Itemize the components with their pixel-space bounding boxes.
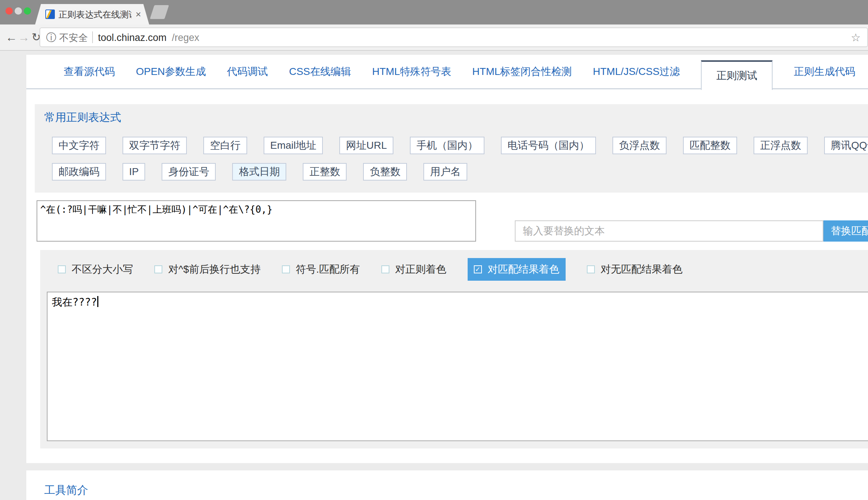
tab-regex-test[interactable]: 正则测试 <box>701 60 773 90</box>
checkbox-unchecked-icon[interactable] <box>58 265 66 273</box>
traffic-light-minimize-button[interactable] <box>15 7 22 15</box>
tab-view-source[interactable]: 查看源代码 <box>64 55 115 88</box>
tool-intro-title: 工具简介 <box>26 470 868 498</box>
replace-match-button[interactable]: 替换匹配 <box>823 220 868 242</box>
regex-btn-pos-integer[interactable]: 正整数 <box>303 163 347 181</box>
checkbox-unchecked-icon[interactable] <box>282 265 290 273</box>
regex-pattern-input[interactable]: ^在(:?吗|干嘛|不|忙不|上班吗)|^可在|^在\?{0,} <box>37 200 476 242</box>
regex-btn-neg-integer[interactable]: 负整数 <box>363 163 407 181</box>
checkbox-unchecked-icon[interactable] <box>381 265 389 273</box>
regex-btn-neg-float[interactable]: 负浮点数 <box>612 137 667 154</box>
tab-html-tag-check[interactable]: HTML标签闭合性检测 <box>472 55 572 88</box>
regex-btn-integer[interactable]: 匹配整数 <box>683 137 737 154</box>
regex-btn-id-card[interactable]: 身份证号 <box>162 163 216 181</box>
tab-title: 正则表达式在线测试 - 站长工具 <box>59 4 132 24</box>
option-colorize-matches[interactable]: ✓ 对匹配结果着色 <box>468 258 566 281</box>
tool-intro-section: 工具简介 <box>26 470 868 500</box>
regex-btn-phone[interactable]: 电话号码（国内） <box>501 137 596 154</box>
tab-regex-codegen[interactable]: 正则生成代码 <box>794 55 855 88</box>
option-label: 符号.匹配所有 <box>296 262 360 276</box>
tab-html-symbols[interactable]: HTML特殊符号表 <box>372 55 451 88</box>
url-host: tool.chinaz.com <box>98 28 167 46</box>
replace-text-input[interactable] <box>515 220 823 242</box>
regex-btn-ip[interactable]: IP <box>122 163 145 181</box>
regex-options-row: 不区分大小写 对^$前后换行也支持 符号.匹配所有 对正则着色 ✓ 对匹配结果着… <box>58 262 868 277</box>
checkbox-unchecked-icon[interactable] <box>154 265 162 273</box>
regex-btn-postcode[interactable]: 邮政编码 <box>52 163 106 181</box>
option-ignore-case[interactable]: 不区分大小写 <box>58 262 133 276</box>
traffic-light-zoom-button[interactable] <box>24 7 31 15</box>
regex-btn-email[interactable]: Email地址 <box>264 137 323 154</box>
regex-btn-blank-line[interactable]: 空白行 <box>203 137 247 154</box>
regex-shortcut-row-1: 中文字符 双字节字符 空白行 Email地址 网址URL 手机（国内） 电话号码… <box>52 137 868 154</box>
security-label: 不安全 <box>59 28 88 46</box>
tool-tabs-nav: 查看源代码 OPEN参数生成 代码调试 CSS在线编辑 HTML特殊符号表 HT… <box>26 55 868 89</box>
tab-css-editor[interactable]: CSS在线编辑 <box>289 55 351 88</box>
address-bar[interactable]: ⓘ 不安全 tool.chinaz.com /regex ☆ <box>39 27 868 47</box>
browser-toolbar: ← → ↻ ⓘ 不安全 tool.chinaz.com /regex ☆ <box>0 24 868 51</box>
option-label: 对^$前后换行也支持 <box>168 262 261 276</box>
new-tab-button[interactable] <box>150 5 169 19</box>
common-regex-panel: 常用正则表达式 中文字符 双字节字符 空白行 Email地址 网址URL 手机（… <box>35 104 868 193</box>
regex-shortcut-row-2: 邮政编码 IP 身份证号 格式日期 正整数 负整数 用户名 <box>52 163 868 181</box>
traffic-light-close-button[interactable] <box>5 7 13 15</box>
tab-code-debug[interactable]: 代码调试 <box>227 55 268 88</box>
option-label: 对正则着色 <box>395 262 446 276</box>
tab-close-icon[interactable]: × <box>136 4 141 24</box>
option-colorize-nonmatches[interactable]: 对无匹配结果着色 <box>587 262 683 276</box>
regex-btn-url[interactable]: 网址URL <box>339 137 393 154</box>
regex-btn-username[interactable]: 用户名 <box>423 163 467 181</box>
chinaz-favicon-icon <box>45 10 55 19</box>
test-text-input[interactable]: 我在???? <box>47 292 868 441</box>
text-caret <box>97 296 98 307</box>
regex-btn-pos-float[interactable]: 正浮点数 <box>754 137 808 154</box>
option-dot-matches-all[interactable]: 符号.匹配所有 <box>282 262 360 276</box>
option-colorize-regex[interactable]: 对正则着色 <box>381 262 446 276</box>
regex-btn-mobile[interactable]: 手机（国内） <box>410 137 484 154</box>
forward-icon: → <box>18 24 30 50</box>
url-path: /regex <box>172 28 199 46</box>
test-text-value: 我在???? <box>52 296 97 308</box>
option-label: 不区分大小写 <box>72 262 133 276</box>
browser-tab-bar: 正则表达式在线测试 - 站长工具 × <box>0 0 868 24</box>
regex-btn-date[interactable]: 格式日期 <box>232 163 286 181</box>
checkbox-checked-icon[interactable]: ✓ <box>474 265 482 273</box>
info-icon[interactable]: ⓘ <box>46 28 56 46</box>
option-label: 对匹配结果着色 <box>488 262 559 276</box>
checkbox-unchecked-icon[interactable] <box>587 265 595 273</box>
regex-btn-chinese-chars[interactable]: 中文字符 <box>52 137 106 154</box>
bookmark-star-icon[interactable]: ☆ <box>851 28 861 46</box>
common-regex-title: 常用正则表达式 <box>44 110 868 125</box>
regex-btn-doublebyte[interactable]: 双字节字符 <box>122 137 187 154</box>
browser-tab[interactable]: 正则表达式在线测试 - 站长工具 × <box>35 4 149 24</box>
test-area-panel: 不区分大小写 对^$前后换行也支持 符号.匹配所有 对正则着色 ✓ 对匹配结果着… <box>40 250 868 448</box>
option-label: 对无匹配结果着色 <box>601 262 683 276</box>
main-content-panel: 查看源代码 OPEN参数生成 代码调试 CSS在线编辑 HTML特殊符号表 HT… <box>26 55 868 463</box>
url-separator <box>92 31 93 43</box>
regex-btn-qq[interactable]: 腾讯QQ号 <box>824 137 868 154</box>
tab-open-params[interactable]: OPEN参数生成 <box>136 55 206 88</box>
back-icon[interactable]: ← <box>5 24 18 50</box>
option-multiline[interactable]: 对^$前后换行也支持 <box>154 262 261 276</box>
tab-html-js-css-filter[interactable]: HTML/JS/CSS过滤 <box>593 55 680 88</box>
